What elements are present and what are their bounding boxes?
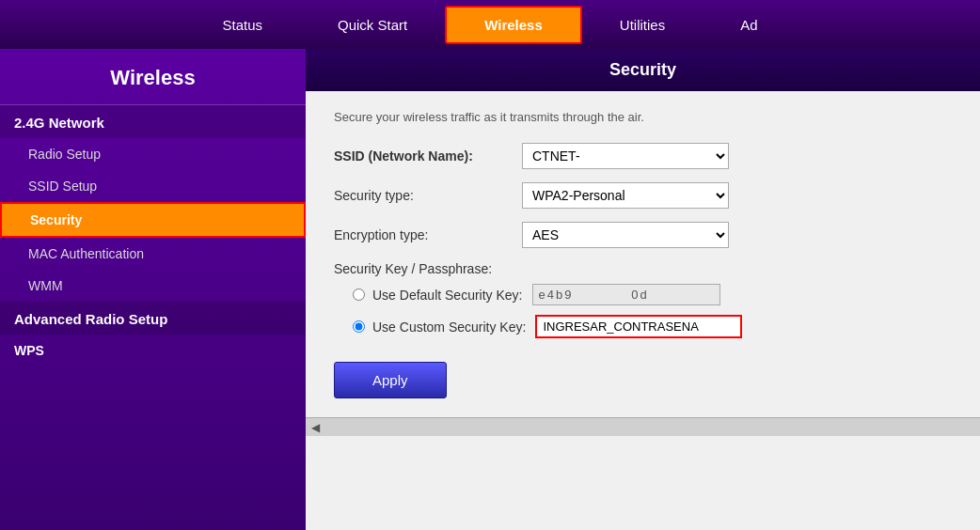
default-key-input[interactable] [532, 284, 720, 305]
default-key-row: Use Default Security Key: [353, 284, 952, 305]
nav-utilities[interactable]: Utilities [582, 8, 703, 42]
security-type-label: Security type: [334, 188, 522, 203]
security-type-row: Security type: WPA2-Personal [334, 182, 952, 209]
sidebar-item-wps[interactable]: WPS [0, 335, 306, 366]
custom-key-radio[interactable] [353, 320, 365, 333]
ssid-select[interactable]: CTNET- [522, 143, 729, 169]
content-body: Secure your wireless traffic as it trans… [306, 91, 980, 417]
default-key-label: Use Default Security Key: [372, 288, 523, 303]
encryption-type-select[interactable]: AES [522, 222, 729, 248]
key-section: Security Key / Passphrase: Use Default S… [334, 261, 952, 338]
nav-wireless[interactable]: Wireless [445, 6, 582, 44]
sidebar-section-24g[interactable]: 2.4G Network [0, 105, 306, 138]
encryption-type-row: Encryption type: AES [334, 222, 952, 248]
bottom-scrollbar: ◀ [306, 417, 980, 436]
security-type-select[interactable]: WPA2-Personal [522, 182, 729, 209]
main-layout: Wireless 2.4G Network Radio Setup SSID S… [0, 49, 980, 530]
sidebar-item-mac-auth[interactable]: MAC Authentication [0, 238, 306, 270]
sidebar-item-ssid-setup[interactable]: SSID Setup [0, 170, 306, 202]
scroll-left-arrow[interactable]: ◀ [306, 421, 325, 434]
sidebar-title: Wireless [0, 49, 306, 105]
sidebar-item-radio-setup[interactable]: Radio Setup [0, 138, 306, 170]
content-header: Security [306, 49, 980, 91]
sidebar-item-wmm[interactable]: WMM [0, 270, 306, 302]
sidebar: Wireless 2.4G Network Radio Setup SSID S… [0, 49, 306, 530]
nav-status[interactable]: Status [185, 8, 301, 42]
sidebar-section-advanced[interactable]: Advanced Radio Setup [0, 302, 306, 335]
ssid-row: SSID (Network Name): CTNET- [334, 143, 952, 169]
apply-button[interactable]: Apply [334, 362, 447, 398]
top-nav: Status Quick Start Wireless Utilities Ad [0, 0, 980, 49]
custom-key-row: Use Custom Security Key: [353, 315, 952, 338]
default-key-radio[interactable] [353, 288, 365, 301]
encryption-type-label: Encryption type: [334, 227, 522, 242]
nav-advanced[interactable]: Ad [703, 8, 795, 42]
custom-key-label: Use Custom Security Key: [372, 320, 526, 335]
key-passphrase-label: Security Key / Passphrase: [334, 261, 952, 276]
ssid-label: SSID (Network Name): [334, 148, 522, 164]
nav-quickstart[interactable]: Quick Start [300, 8, 445, 42]
custom-key-input[interactable] [535, 315, 742, 338]
content-area: Security Secure your wireless traffic as… [306, 49, 980, 530]
sidebar-item-security[interactable]: Security [0, 202, 306, 238]
content-description: Secure your wireless traffic as it trans… [334, 110, 952, 124]
